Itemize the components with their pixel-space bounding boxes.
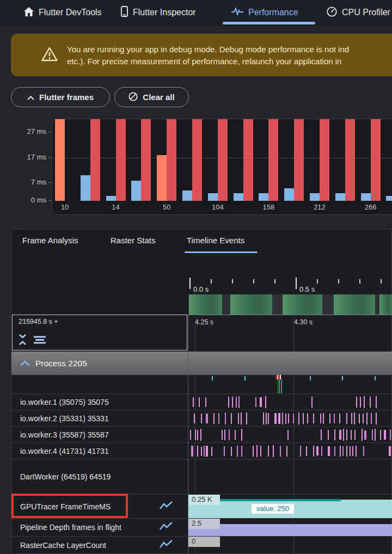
trace-event-tick bbox=[334, 414, 335, 423]
track-name[interactable]: Pipeline Depth frames in flight bbox=[20, 523, 121, 532]
frame-bar-raster[interactable] bbox=[371, 119, 381, 201]
grid-time-label: 4.30 s bbox=[294, 318, 313, 326]
frame-bar-raster[interactable] bbox=[320, 119, 329, 201]
tab-raster-stats[interactable]: Raster Stats bbox=[111, 236, 156, 245]
frame-bar-raster[interactable] bbox=[141, 119, 151, 201]
frame-bar-ui[interactable] bbox=[259, 193, 268, 201]
tab-cpu-profiler[interactable]: CPU Profiler bbox=[327, 0, 390, 25]
frame-bar-raster[interactable] bbox=[345, 119, 355, 201]
track-name[interactable]: io.worker.3 (35587) 35587 bbox=[20, 430, 109, 439]
trace-event-tick bbox=[375, 429, 376, 441]
ruler-time-label: 0.0 s bbox=[193, 285, 209, 293]
frame-bar-ui[interactable] bbox=[234, 193, 243, 201]
trace-events-lane[interactable] bbox=[188, 444, 392, 458]
frame-bar-ui[interactable] bbox=[386, 196, 392, 201]
tab-label: Performance bbox=[248, 8, 298, 17]
marker-row-timeline[interactable] bbox=[188, 375, 392, 394]
frame-bar-raster[interactable] bbox=[243, 119, 253, 201]
track-row[interactable]: DartWorker (64519) 64519 bbox=[11, 459, 392, 495]
ruler-minor-tick bbox=[381, 279, 382, 284]
trace-event-tick bbox=[224, 429, 225, 441]
trace-event-tick bbox=[376, 396, 377, 408]
counter-scale-chip: 0 bbox=[188, 537, 220, 547]
track-row[interactable]: io.worker.4 (41731) 41731 bbox=[11, 443, 392, 459]
flutter-frames-label: Flutter frames bbox=[39, 93, 94, 102]
track-name-divider[interactable] bbox=[188, 315, 188, 554]
y-tick-label: 17 ms bbox=[16, 153, 46, 161]
tab-flutter-inspector[interactable]: Flutter Inspector bbox=[121, 0, 196, 25]
process-header-label: Process 2205 bbox=[35, 359, 87, 368]
trace-event-tick bbox=[364, 396, 365, 408]
trace-event-tick bbox=[329, 414, 330, 423]
track-name[interactable]: io.worker.2 (35331) 35331 bbox=[20, 414, 109, 423]
collapse-all-icon[interactable] bbox=[19, 334, 27, 348]
debug-mode-warning-banner: You are running your app in debug mode. … bbox=[11, 34, 392, 76]
trace-event-tick bbox=[213, 413, 215, 423]
trace-event-tick bbox=[236, 397, 237, 407]
trace-event-tick bbox=[370, 397, 371, 408]
frame-bar-ui[interactable] bbox=[131, 181, 141, 201]
trace-events-lane[interactable] bbox=[188, 428, 392, 442]
trace-event-tick bbox=[225, 413, 226, 424]
track-row[interactable]: io.worker.3 (35587) 35587 bbox=[11, 427, 392, 443]
trace-event-tick bbox=[356, 446, 357, 457]
track-name[interactable]: io.worker.1 (35075) 35075 bbox=[20, 398, 109, 407]
frame-bar-ui[interactable] bbox=[55, 119, 65, 201]
active-panel-tab-underline bbox=[185, 251, 258, 253]
track-name[interactable]: RasterCache LayerCount bbox=[20, 541, 106, 550]
frame-bar-ui[interactable] bbox=[335, 193, 345, 201]
x-tick-label: 158 bbox=[258, 203, 279, 211]
clear-all-button[interactable]: Clear all bbox=[114, 87, 189, 107]
timeline-ruler[interactable]: 0.0 s0.5 s bbox=[188, 275, 392, 294]
frame-bar-raster[interactable] bbox=[268, 119, 278, 201]
frame-bar-ui[interactable] bbox=[182, 190, 192, 201]
frames-chart[interactable]: 101450104158212266 bbox=[52, 119, 392, 215]
trace-event-tick bbox=[231, 413, 232, 424]
highlight-rectangle bbox=[11, 494, 128, 518]
home-tab[interactable]: Flutter DevTools bbox=[24, 0, 102, 25]
trace-events-lane[interactable] bbox=[188, 395, 392, 409]
timeline-grid-header[interactable]: 4.25 s 4.30 s bbox=[188, 315, 392, 350]
frame-bar-ui[interactable] bbox=[81, 175, 90, 201]
frame-bar-ui[interactable] bbox=[284, 188, 294, 201]
frame-bar-raster[interactable] bbox=[90, 119, 100, 201]
frame-bar-raster[interactable] bbox=[218, 119, 228, 201]
trace-event-tick bbox=[364, 430, 366, 440]
trace-event-tick bbox=[390, 429, 391, 440]
counter-row-pipeline-depth[interactable]: Pipeline Depth frames in flight 2.5 bbox=[11, 519, 392, 537]
frame-bar-ui[interactable] bbox=[310, 193, 320, 201]
flutter-frames-toggle-button[interactable]: Flutter frames bbox=[11, 87, 110, 107]
frame-marker-flag[interactable] bbox=[275, 375, 281, 379]
timeline-summary-strip[interactable] bbox=[188, 294, 392, 315]
trace-event-tick bbox=[194, 414, 195, 423]
vsync-marker-row[interactable] bbox=[11, 375, 392, 394]
frame-bar-raster[interactable] bbox=[294, 119, 304, 201]
frame-bar-ui[interactable] bbox=[157, 155, 167, 201]
trace-event-tick bbox=[343, 429, 344, 441]
trace-events-lane[interactable] bbox=[188, 411, 392, 426]
frame-bar-raster[interactable] bbox=[192, 119, 202, 201]
frame-bar-ui[interactable] bbox=[106, 196, 116, 201]
line-chart-icon bbox=[159, 539, 173, 551]
frame-bar-raster[interactable] bbox=[116, 119, 126, 201]
frame-bar-ui[interactable] bbox=[208, 193, 218, 201]
frame-bar-raster[interactable] bbox=[167, 119, 176, 201]
track-row[interactable]: io.worker.2 (35331) 35331 bbox=[11, 410, 392, 427]
counter-row-rastercache[interactable]: RasterCache LayerCount 0 bbox=[11, 537, 392, 554]
trace-event-tick bbox=[340, 446, 341, 457]
trace-event-tick bbox=[351, 430, 352, 440]
process-group-header[interactable]: Process 2205 bbox=[11, 352, 392, 375]
frame-bar-ui[interactable] bbox=[361, 193, 371, 201]
trace-event-tick bbox=[293, 414, 294, 424]
track-name[interactable]: DartWorker (64519) 64519 bbox=[20, 472, 111, 481]
trace-event-tick bbox=[376, 413, 377, 424]
track-list-icon[interactable] bbox=[33, 336, 46, 346]
tab-frame-analysis[interactable]: Frame Analysis bbox=[22, 236, 78, 245]
clear-all-label: Clear all bbox=[143, 93, 174, 102]
track-row[interactable]: io.worker.1 (35075) 35075 bbox=[11, 394, 392, 410]
trace-event-tick bbox=[193, 397, 194, 408]
tab-timeline-events[interactable]: Timeline Events bbox=[187, 236, 244, 245]
track-name[interactable]: io.worker.4 (41731) 41731 bbox=[20, 447, 109, 455]
ruler-minor-tick bbox=[317, 279, 318, 284]
trace-event-tick bbox=[320, 414, 321, 423]
